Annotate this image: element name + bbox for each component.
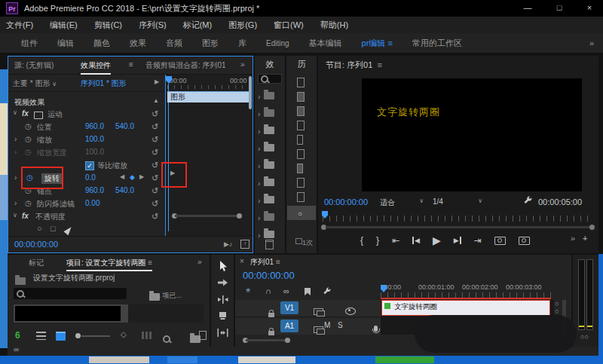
history-item[interactable] — [286, 148, 317, 163]
timeline-close-icon[interactable]: × — [240, 257, 244, 265]
history-item[interactable] — [286, 177, 317, 191]
project-search-input[interactable] — [14, 288, 127, 299]
workspace-tab-basic-edit[interactable]: 基本编辑 — [309, 38, 342, 49]
rect-mask-icon[interactable]: □ — [51, 224, 56, 233]
step-forward-icon[interactable]: ▶ — [454, 237, 461, 244]
project-panel-menu-icon[interactable]: ≡ — [148, 258, 152, 267]
list-view-icon[interactable] — [36, 332, 46, 340]
menu-clip[interactable]: 剪辑(C) — [94, 20, 122, 31]
selection-tool[interactable] — [211, 258, 234, 274]
reset-icon[interactable]: ↺ — [152, 199, 158, 209]
sort-icon[interactable]: ◇ — [121, 330, 127, 338]
reset-icon[interactable]: ↺ — [152, 135, 158, 145]
play-audio-icon[interactable]: ▶♪ — [224, 240, 232, 248]
reset-icon[interactable]: ↺ — [152, 122, 158, 132]
project-overflow-icon[interactable]: » — [197, 258, 202, 266]
value-x[interactable]: 960.0 — [85, 122, 104, 130]
twirl-closed-icon[interactable]: › — [258, 197, 260, 205]
history-item[interactable] — [286, 106, 317, 120]
selector-arrow-icon[interactable]: ▶ — [155, 78, 159, 85]
menu-file[interactable]: 文件(F) — [6, 20, 33, 31]
lane-scrollbar-right-handle[interactable] — [237, 213, 242, 219]
effects-folder-row[interactable]: › — [255, 106, 285, 124]
step-back-icon[interactable]: ◀ — [412, 237, 420, 244]
menu-markers[interactable]: 标记(M) — [183, 20, 213, 31]
twirl-open-icon[interactable]: ∨ — [13, 212, 17, 219]
workspace-tab-color[interactable]: 颜色 — [93, 38, 110, 49]
nest-icon[interactable]: * — [246, 286, 250, 300]
workspace-tab-common[interactable]: 常用的工作区 — [412, 38, 462, 49]
track-lock-icon[interactable] — [268, 313, 274, 317]
program-scrubber[interactable] — [323, 216, 594, 222]
kf-prev-icon[interactable]: ◀ — [120, 173, 124, 180]
value-y[interactable]: 540.0 — [115, 122, 134, 130]
stopwatch-icon[interactable]: ◷ — [25, 199, 32, 207]
tab-audio-mixer[interactable]: 音频剪辑混合器: 序列01 — [145, 60, 226, 71]
twirl-closed-icon[interactable]: › — [14, 135, 17, 143]
lane-vertical-scrollbar[interactable] — [249, 76, 252, 109]
effects-panel-title[interactable]: 效 — [255, 56, 285, 70]
workspace-tab-effects[interactable]: 效果 — [130, 38, 146, 49]
twirl-closed-icon[interactable]: › — [258, 110, 260, 118]
taskbar-thumbnail[interactable] — [89, 356, 149, 363]
effect-controls-overflow-icon[interactable]: » — [240, 60, 245, 69]
settings-wrench-icon[interactable] — [523, 196, 533, 206]
timeline-ruler-ticks[interactable] — [381, 292, 554, 298]
workspace-tab-assembly[interactable]: 组件 — [21, 38, 38, 49]
delete-bin-icon[interactable] — [265, 240, 274, 249]
menu-graphics[interactable]: 图形(G) — [228, 20, 257, 31]
lane-ruler-ticks[interactable] — [167, 85, 250, 89]
twirl-closed-icon[interactable]: › — [14, 173, 17, 182]
timeline-scrollbar[interactable] — [246, 339, 288, 341]
v1-track-button[interactable]: V1 — [280, 301, 298, 314]
value[interactable]: 100.0 — [85, 135, 104, 143]
voiceover-mic-icon[interactable] — [374, 326, 378, 332]
effect-row-opacity[interactable]: ∨ fx 不透明度 ↺ — [8, 212, 165, 224]
timeline-panel-menu-icon[interactable]: ≡ — [276, 258, 280, 266]
program-panel-menu-icon[interactable]: ≡ — [377, 60, 381, 69]
taskbar-thumbnail[interactable] — [238, 356, 295, 363]
mark-in-icon[interactable]: { — [360, 235, 363, 246]
twirl-closed-icon[interactable]: › — [258, 214, 260, 222]
sync-lock-icon[interactable] — [314, 308, 323, 315]
tab-markers[interactable]: 标记 — [29, 258, 44, 268]
workspace-tab-library[interactable]: 库 — [238, 38, 246, 49]
workspace-tab-menu-icon[interactable]: ≡ — [387, 38, 392, 47]
menu-edit[interactable]: 编辑(E) — [50, 20, 78, 31]
value[interactable]: 0.00 — [85, 199, 99, 207]
master-clip-selector[interactable]: 主要 * 图形 ∨ — [13, 78, 57, 89]
tab-project-active[interactable]: 项目: 设置文字旋转两圈 ≡ — [66, 258, 152, 271]
history-item[interactable] — [286, 134, 317, 148]
effects-folder-row[interactable]: › — [255, 141, 285, 158]
workspace-tab-pr-edit-active[interactable]: pr编辑 ≡ — [362, 38, 393, 49]
effects-folder-row[interactable]: › — [255, 210, 285, 228]
history-item[interactable] — [286, 191, 317, 206]
close-button[interactable]: × — [576, 3, 603, 12]
history-item[interactable] — [286, 163, 317, 177]
workspace-tab-audio[interactable]: 音频 — [166, 38, 182, 49]
history-item[interactable] — [286, 120, 317, 134]
mute-button[interactable]: M — [324, 321, 330, 329]
timeline-vscroll-dot[interactable]: ○ — [555, 300, 559, 307]
timeline-settings-wrench-icon[interactable] — [323, 287, 332, 296]
param-row-antiflicker[interactable]: › ◷ 防闪烁滤镜 0.00 ↺ — [8, 199, 165, 211]
reset-icon[interactable]: ↺ — [152, 186, 158, 196]
keyframe-lane[interactable]: 00:00 00:00 图形 ▶ — [165, 75, 253, 236]
workspace-tab-edit[interactable]: 编辑 — [57, 38, 74, 49]
zoom-slider-handle[interactable] — [75, 333, 81, 338]
track-select-tool[interactable] — [211, 274, 234, 291]
scrubber-bar[interactable] — [326, 226, 591, 228]
export-icon[interactable]: ↑ — [240, 240, 249, 249]
zoom-level-select[interactable]: 适合∨ — [380, 197, 424, 208]
param-row-position[interactable]: ◷ 位置 960.0 540.0 ↺ — [8, 122, 165, 134]
reset-icon[interactable]: ↺ — [152, 148, 158, 158]
stopwatch-icon[interactable]: ◷ — [25, 122, 32, 130]
effect-controls-timecode[interactable]: 00:00:00:00 — [14, 240, 58, 249]
mark-out-icon[interactable]: } — [376, 235, 379, 246]
reset-icon[interactable]: ↺ — [152, 161, 158, 170]
program-timecode[interactable]: 00:00:00:00 — [324, 197, 368, 206]
twirl-closed-icon[interactable]: › — [258, 162, 260, 170]
v1-clip[interactable]: 文字旋转两圈 — [381, 300, 550, 316]
tab-effect-controls-active[interactable]: 效果控件 — [81, 60, 111, 75]
stopwatch-icon[interactable]: ◷ — [25, 135, 32, 143]
